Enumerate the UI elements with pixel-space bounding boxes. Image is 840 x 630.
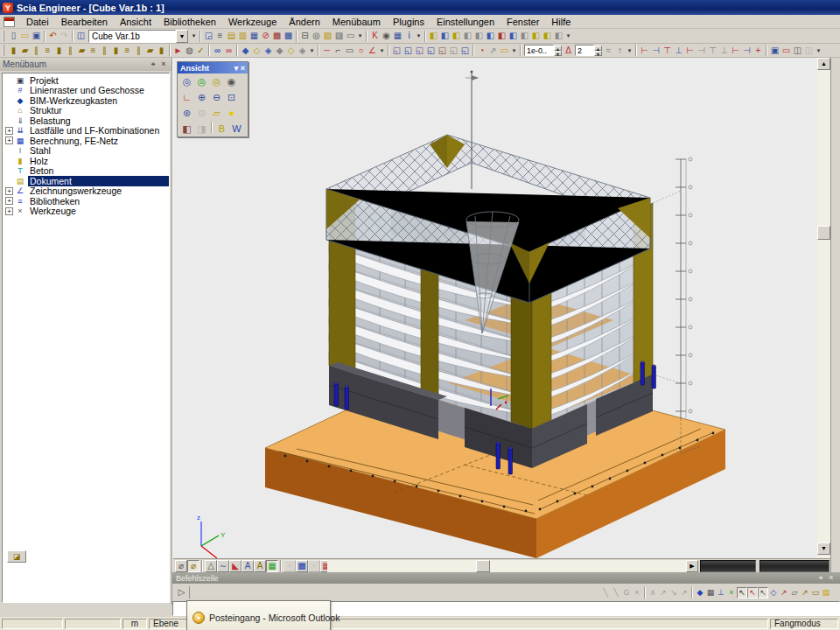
dim-icon-11[interactable]: ≡ [122, 45, 133, 57]
member-icon-4[interactable]: ⊥ [673, 45, 684, 57]
project-combobox[interactable]: Cube Var.1b ▼ [88, 30, 188, 43]
layer-view-icon-9[interactable]: ◧ [519, 30, 530, 42]
undo-icon[interactable]: ↶ [47, 30, 59, 42]
window-icon-4[interactable]: ◱ [425, 45, 437, 57]
expand-icon[interactable]: + [5, 207, 13, 215]
move-icon[interactable]: + [752, 45, 764, 57]
clipboard-icon[interactable]: ▦ [248, 30, 260, 42]
redo-icon[interactable]: ↷ [59, 30, 70, 42]
window-icon-2[interactable]: ◱ [402, 45, 414, 57]
layer-view-icon-7[interactable]: ◧ [496, 30, 508, 42]
layer-view-icon-2[interactable]: ◧ [439, 30, 451, 42]
database-icon[interactable]: ≡ [214, 30, 226, 42]
window-icon-3[interactable]: ◱ [414, 45, 425, 57]
member-icon-6[interactable]: ⊣ [696, 45, 707, 57]
snap-cursor-icon-1[interactable]: ↖ [737, 587, 747, 598]
section-icon[interactable]: △ [205, 560, 217, 572]
circle-icon[interactable]: ○ [355, 45, 367, 57]
window-icon-7[interactable]: ◱ [459, 45, 471, 57]
snap-edge-icon[interactable]: ↗ [658, 587, 668, 598]
dim-icon-9[interactable]: ∥ [99, 45, 110, 57]
sidebar-item-berechnung-fe-netz[interactable]: +▦Berechnung, FE-Netz [3, 136, 169, 146]
zoom-in-icon[interactable]: ⊕ [194, 90, 209, 104]
object-icon-1[interactable]: ◆ [240, 45, 251, 57]
vertical-scrollbar[interactable]: ▲ ▼ [817, 58, 830, 558]
update-icon[interactable]: ◲ [203, 30, 214, 42]
scroll-right-icon[interactable]: ▶ [686, 560, 698, 572]
calculator-icon[interactable]: ▦ [392, 30, 403, 42]
member-icon-5[interactable]: ⊢ [684, 45, 696, 57]
zoom-all-icon[interactable]: ⊛ [179, 106, 194, 120]
menu-item-ndern[interactable]: Ändern [283, 16, 326, 28]
scale-spinner[interactable]: 2▲▼ [575, 45, 602, 56]
object-icon-5[interactable]: ◇ [285, 45, 297, 57]
link-icon-2[interactable]: ∞ [223, 45, 234, 57]
scale-spinner-down-icon[interactable]: ▼ [594, 51, 602, 56]
info-icon[interactable]: i [403, 30, 415, 42]
license-icon[interactable]: K [369, 30, 381, 42]
close-icon[interactable]: × [826, 573, 836, 583]
minimized-panel-tab[interactable]: ◪ [7, 550, 26, 563]
member-icon-8[interactable]: ⊥ [718, 45, 730, 57]
graph-icon[interactable]: ∼ [217, 560, 229, 572]
print-icon[interactable]: ⊟ [299, 30, 311, 42]
eye-icon[interactable]: ◔ [476, 45, 487, 57]
member-icon-7[interactable]: ⊤ [707, 45, 718, 57]
status-unit[interactable]: m [122, 619, 147, 629]
expand-icon[interactable]: + [5, 127, 13, 135]
delete-icon[interactable]: ⊘ [260, 30, 271, 42]
precision-spinner-down-icon[interactable]: ▼ [554, 51, 562, 56]
cloud-icon[interactable]: ≈ [603, 45, 614, 57]
accept-icon[interactable]: ✓ [195, 45, 206, 57]
clip-plane-icon[interactable]: ⌀ [187, 560, 200, 572]
new-icon[interactable]: ▯ [8, 30, 19, 42]
document-gallery-icon[interactable]: ▨ [333, 30, 345, 42]
pin-icon[interactable]: ⌖ [148, 60, 158, 69]
menu-item-ansicht[interactable]: Ansicht [114, 16, 158, 28]
sidebar-item-bim-werkzeugkasten[interactable]: ◆BIM-Werkzeugkasten [3, 95, 169, 106]
horizontal-scrollbar-thumb[interactable] [476, 560, 490, 572]
status-snap-mode[interactable]: Fangmodus [770, 619, 838, 629]
export-dropdown[interactable]: ▾ [815, 45, 822, 57]
scale-spinner-value[interactable]: 2 [575, 45, 594, 56]
vertical-scrollbar-thumb[interactable] [817, 226, 830, 240]
member-icon-10[interactable]: ⊣ [741, 45, 752, 57]
layer-dropdown[interactable]: ▾ [564, 30, 572, 42]
dim-icon-14[interactable]: ▮ [156, 45, 167, 57]
view-x-icon[interactable]: ◎ [179, 74, 194, 88]
camera-icon-1[interactable]: ◫ [792, 45, 803, 57]
folder-icon[interactable]: ▭ [499, 45, 510, 57]
camera-icon-2[interactable]: ◫ [803, 45, 815, 57]
layer-view-icon-11[interactable]: ◧ [542, 30, 553, 42]
zoom-selection2-icon[interactable]: ⊙ [194, 106, 209, 120]
object-icon-3[interactable]: ◈ [262, 45, 274, 57]
sidebar-item-holz[interactable]: ▮Holz [3, 156, 169, 166]
copy-attributes-icon[interactable]: ▤ [226, 30, 237, 42]
ansicht-palette-titlebar[interactable]: Ansicht ▾ × [178, 62, 248, 74]
layer-view-icon-5[interactable]: ◧ [473, 30, 485, 42]
picture-gallery-icon[interactable]: ▧ [322, 30, 333, 42]
save-icon[interactable]: ▣ [31, 30, 42, 42]
rect-icon[interactable]: ▭ [344, 45, 355, 57]
wireframe-icon[interactable]: ▱ [209, 106, 224, 120]
layer-view-icon-6[interactable]: ◧ [485, 30, 496, 42]
menu-item-hilfe[interactable]: Hilfe [545, 16, 577, 28]
open-icon[interactable]: ▭ [19, 30, 31, 42]
label-erase-icon[interactable]: A [254, 560, 266, 572]
close-icon[interactable]: × [158, 60, 169, 69]
run-command-icon[interactable]: ▷ [176, 586, 187, 598]
snap-cross-icon[interactable]: × [726, 587, 737, 598]
chevron-down-icon[interactable]: ▾ [234, 64, 239, 73]
print-dropdown[interactable]: ▾ [356, 30, 364, 42]
member-icon-1[interactable]: ⊢ [639, 45, 650, 57]
sidebar-item-stahl[interactable]: IStahl [3, 146, 169, 157]
sidebar-item-dokument[interactable]: ▤Dokument [3, 176, 169, 186]
view-axo-icon[interactable]: ◉ [224, 74, 239, 88]
dim-icon-1[interactable]: ▮ [8, 45, 19, 57]
save-view-icon[interactable]: ▣ [769, 45, 780, 57]
render-icon[interactable]: ◧ [179, 122, 194, 136]
dim-icon-6[interactable]: ∥ [65, 45, 76, 57]
snap-grid-icon[interactable]: ▦ [705, 587, 716, 598]
menu-item-bearbeiten[interactable]: Bearbeiten [55, 16, 114, 28]
dim-icon-2[interactable]: ▰ [19, 45, 31, 57]
